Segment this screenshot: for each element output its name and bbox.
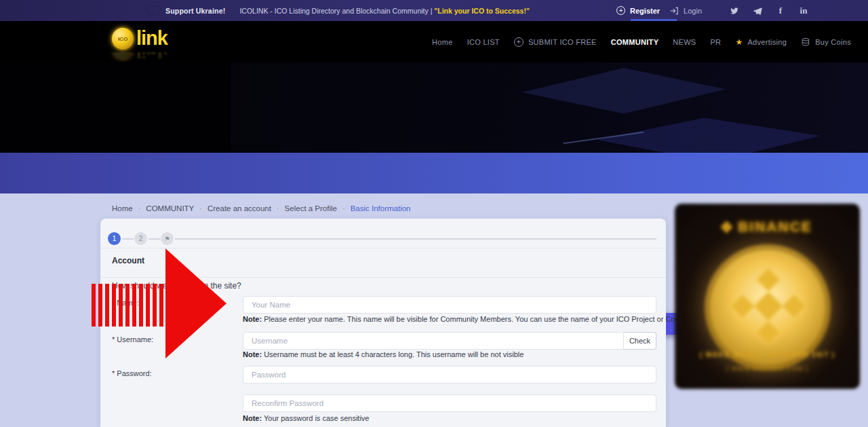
step-1[interactable]: 1 xyxy=(108,232,121,245)
register-plus-icon: + xyxy=(616,6,625,15)
username-note: Note: Username must be at least 4 charac… xyxy=(243,350,524,358)
login-button[interactable]: Login xyxy=(669,6,702,16)
binance-ad-banner[interactable]: BINANCE ( MAKE MONEY WITH BNB 24/7 ) ( W… xyxy=(675,204,860,389)
nav-menu: Home ICO LIST + SUBMIT ICO FREE COMMUNIT… xyxy=(432,21,851,62)
linkedin-icon[interactable]: in xyxy=(797,5,810,16)
breadcrumb-community[interactable]: COMMUNITY xyxy=(146,204,194,212)
logo-wordmark: link xyxy=(136,26,167,50)
password-label: * Password: xyxy=(112,369,152,377)
login-icon xyxy=(669,6,679,16)
register-label: Register xyxy=(630,7,660,15)
username-check-button[interactable]: Check xyxy=(624,332,656,350)
nav-item-home[interactable]: Home xyxy=(432,38,453,46)
support-ukraine-label: Support Ukraine! xyxy=(165,7,225,15)
password-input[interactable] xyxy=(243,366,656,384)
password-note: Note: Your password is case sensitive xyxy=(243,414,369,422)
breadcrumb-create-account[interactable]: Create an account xyxy=(208,204,271,212)
ad-tagline: ( MAKE MONEY WITH BNB 24/7 ) xyxy=(675,350,860,358)
main-nav: ICO link link Home ICO LIST + SUBMIT ICO… xyxy=(0,21,868,62)
breadcrumb-basic-information: Basic Information xyxy=(351,204,411,212)
page: Support Ukraine! ICOLINK - ICO Listing D… xyxy=(0,0,868,427)
hero-banner xyxy=(0,62,868,153)
site-tagline-highlight: "Link your ICO to Success!" xyxy=(434,7,530,15)
nav-item-news[interactable]: NEWS xyxy=(673,38,696,46)
red-arrow-stripes xyxy=(92,284,166,327)
breadcrumb-select-profile[interactable]: Select a Profile xyxy=(285,204,337,212)
name-note: Note: Please enter your name. This name … xyxy=(243,315,697,323)
wizard-stepper: 1 2 ⚑ xyxy=(100,232,666,246)
top-bar-right: + Register Login f in xyxy=(616,0,810,21)
nav-item-community[interactable]: COMMUNITY xyxy=(611,38,659,46)
ukraine-flag-icon xyxy=(148,7,159,14)
submit-plus-icon: + xyxy=(514,37,524,47)
name-input[interactable] xyxy=(243,296,656,314)
username-input[interactable] xyxy=(243,332,624,350)
top-bar-left: Support Ukraine! ICOLINK - ICO Listing D… xyxy=(148,0,530,21)
coins-icon xyxy=(801,37,810,47)
name-field xyxy=(243,296,656,314)
site-tagline-plain: ICOLINK - ICO Listing Directory and Bloc… xyxy=(239,7,434,15)
section-title: Account xyxy=(112,256,144,265)
password-field xyxy=(243,366,656,384)
site-logo[interactable]: ICO link link xyxy=(111,26,167,51)
ad-url: ( WWW.BINANCE.COM ) xyxy=(675,365,860,372)
username-label: * Username: xyxy=(112,335,153,344)
divider xyxy=(100,248,666,248)
logo-coin-icon: ICO xyxy=(111,26,135,51)
logo-reflection: link xyxy=(111,52,167,62)
breadcrumb: Home · COMMUNITY · Create an account · S… xyxy=(112,204,411,212)
nav-item-buy-coins[interactable]: Buy Coins xyxy=(801,37,851,47)
step-2[interactable]: 2 xyxy=(134,232,147,245)
register-button[interactable]: + Register xyxy=(616,6,660,15)
binance-diamond-icon xyxy=(720,221,732,233)
breadcrumb-home[interactable]: Home xyxy=(112,204,133,212)
nav-item-ico-list[interactable]: ICO LIST xyxy=(467,38,500,46)
hero-shape xyxy=(522,62,726,117)
hero-banner-image xyxy=(231,62,868,153)
nav-item-advertising[interactable]: ★ Advertising xyxy=(735,37,787,47)
twitter-icon[interactable] xyxy=(728,5,741,16)
top-bar: Support Ukraine! ICOLINK - ICO Listing D… xyxy=(0,0,868,21)
advertising-star-icon: ★ xyxy=(735,37,743,47)
telegram-icon[interactable] xyxy=(751,5,764,16)
nav-item-submit-ico[interactable]: + SUBMIT ICO FREE xyxy=(514,37,597,47)
reconfirm-password-input[interactable] xyxy=(243,394,656,412)
facebook-icon[interactable]: f xyxy=(774,5,787,16)
login-label: Login xyxy=(684,7,702,15)
nav-item-pr[interactable]: PR xyxy=(710,38,721,46)
step-finish-flag-icon: ⚑ xyxy=(161,232,174,245)
search-strip: Category Stage Search xyxy=(0,153,868,193)
username-field: Check xyxy=(243,332,656,350)
site-tagline: ICOLINK - ICO Listing Directory and Bloc… xyxy=(239,7,530,15)
binance-brand: BINANCE xyxy=(675,219,860,235)
reconfirm-password-field xyxy=(243,394,656,412)
